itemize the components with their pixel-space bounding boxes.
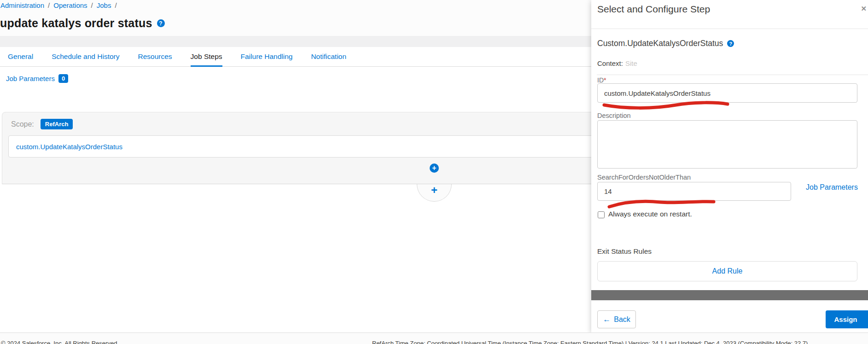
scope-badge: RefArch xyxy=(41,119,73,129)
scope-label: Scope: xyxy=(11,120,34,128)
always-execute-checkbox[interactable] xyxy=(598,211,605,218)
breadcrumb-separator: / xyxy=(115,1,117,9)
close-icon[interactable]: ✕ xyxy=(861,5,867,13)
step-type-name: Custom.UpdateKatalysOrderStatus xyxy=(597,39,723,48)
context-label: Context: xyxy=(597,59,623,67)
back-label: Back xyxy=(614,315,630,324)
always-execute-label: Always execute on restart. xyxy=(608,210,692,218)
panel-title: Select and Configure Step xyxy=(597,4,710,15)
add-step-button[interactable]: + xyxy=(417,184,452,202)
global-footer: © 2024 Salesforce, Inc. All Rights Reser… xyxy=(0,332,868,344)
breadcrumb-administration[interactable]: Administration xyxy=(0,1,44,9)
panel-job-parameters-link[interactable]: Job Parameters xyxy=(806,183,858,192)
select-and-configure-step-panel: Select and Configure Step ✕ Custom.Updat… xyxy=(591,0,868,332)
breadcrumb-separator: / xyxy=(48,1,50,9)
add-rule-button[interactable]: Add Rule xyxy=(597,261,857,281)
copyright-text: © 2024 Salesforce, Inc. All Rights Reser… xyxy=(1,340,119,344)
scope-row: Scope: RefArch xyxy=(11,119,73,129)
help-icon[interactable]: ? xyxy=(157,19,165,27)
job-step-link[interactable]: custom.UpdateKatalysOrderStatus xyxy=(16,143,122,151)
title-row: update katalys order status ? xyxy=(0,17,165,30)
divider xyxy=(591,29,868,29)
tab-failure-handling[interactable]: Failure Handling xyxy=(241,47,293,67)
tab-resources[interactable]: Resources xyxy=(138,47,172,67)
required-asterisk: * xyxy=(604,76,606,84)
step-type-row: Custom.UpdateKatalysOrderStatus ? xyxy=(597,39,734,48)
breadcrumb-jobs[interactable]: Jobs xyxy=(97,1,111,9)
description-field-label: Description xyxy=(597,112,631,119)
screen: Administration/Operations/Jobs/ update k… xyxy=(0,0,868,344)
breadcrumb-operations[interactable]: Operations xyxy=(53,1,87,9)
context-row: Context:Site xyxy=(597,59,637,67)
back-button[interactable]: ← Back xyxy=(597,310,636,328)
panel-dark-bar xyxy=(591,290,868,300)
job-parameters-row: Job Parameters 0 xyxy=(6,74,68,83)
assign-button[interactable]: Assign xyxy=(826,310,868,328)
job-parameters-link[interactable]: Job Parameters xyxy=(6,75,55,82)
plus-icon: + xyxy=(432,164,436,172)
help-icon[interactable]: ? xyxy=(727,40,734,47)
id-label-text: ID xyxy=(597,76,604,84)
tab-job-steps[interactable]: Job Steps xyxy=(191,47,222,67)
search-field-label: SearchForOrdersNotOlderThan xyxy=(597,174,691,181)
tab-general[interactable]: General xyxy=(8,47,33,67)
instance-info-text: RefArch Time Zone: Coordinated Universal… xyxy=(372,340,808,344)
plus-icon: + xyxy=(431,185,437,201)
id-field-label: ID* xyxy=(597,76,606,84)
add-step-icon[interactable]: + xyxy=(430,163,439,173)
page-title: update katalys order status xyxy=(0,17,152,30)
divider xyxy=(597,75,868,75)
tab-notification[interactable]: Notification xyxy=(311,47,346,67)
tab-schedule-and-history[interactable]: Schedule and History xyxy=(52,47,119,67)
restart-checkbox-row: Always execute on restart. xyxy=(598,210,692,218)
breadcrumb: Administration/Operations/Jobs/ xyxy=(0,1,121,9)
description-textarea[interactable] xyxy=(597,120,857,169)
context-value: Site xyxy=(625,59,637,67)
add-rule-label: Add Rule xyxy=(712,267,743,275)
back-arrow-icon: ← xyxy=(603,315,611,323)
job-parameters-count-badge: 0 xyxy=(58,74,68,83)
breadcrumb-separator: / xyxy=(91,1,93,9)
id-input[interactable] xyxy=(597,83,857,103)
exit-status-rules-heading: Exit Status Rules xyxy=(597,247,652,256)
search-for-orders-input[interactable] xyxy=(597,182,791,201)
